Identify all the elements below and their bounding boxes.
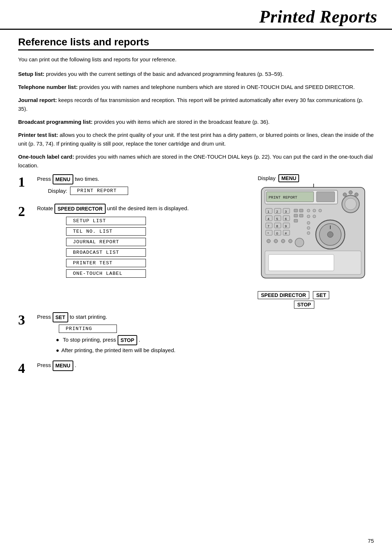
desc-telephone-label: Telephone number list: <box>18 84 78 90</box>
desc-printer-text: allows you to check the print quality of… <box>18 132 374 147</box>
svg-point-51 <box>267 239 270 243</box>
stop-label: STOP <box>294 301 314 309</box>
display-option-1: TEL NO. LIST <box>66 227 146 236</box>
svg-text:PRINT REPORT: PRINT REPORT <box>269 195 298 200</box>
step-1-text: Press MENU two times. <box>37 174 254 184</box>
speed-director-label: SPEED DIRECTOR <box>258 291 309 299</box>
svg-point-42 <box>307 215 310 218</box>
svg-point-39 <box>307 209 310 212</box>
svg-point-55 <box>295 238 304 247</box>
desc-onetouch-label: One-touch label card: <box>18 154 74 160</box>
svg-text:9: 9 <box>285 224 287 228</box>
step-3-row: 3 Press SET to start printing. PRINTING … <box>18 312 374 357</box>
step-2-row: 2 Rotate SPEED DIRECTOR until the desire… <box>18 204 254 281</box>
step-4-text: Press MENU . <box>37 360 374 371</box>
step-3-press-label: Press <box>37 314 51 320</box>
step-3-content: Press SET to start printing. PRINTING To… <box>37 312 374 357</box>
step-2-text2: until the desired item is displayed. <box>107 205 189 211</box>
step-1-row: 1 Press MENU two times. Display: PRINT R… <box>18 174 254 197</box>
step-4-number: 4 <box>18 361 37 375</box>
step-3-number: 3 <box>18 313 37 327</box>
speed-director-key: SPEED DIRECTOR <box>54 204 105 214</box>
svg-text:0: 0 <box>276 232 278 235</box>
desc-journal-text: keeps records of fax transmission and re… <box>18 97 363 112</box>
svg-point-8 <box>349 191 352 194</box>
intro-paragraph: You can print out the following lists an… <box>18 56 374 64</box>
display-option-4: PRINTER TEST <box>66 259 146 267</box>
bullet-2: After printing, the printed item will be… <box>56 346 374 355</box>
desc-broadcast-label: Broadcast programming list: <box>18 119 93 125</box>
device-display-label: Display MENU <box>258 174 299 182</box>
desc-printer: Printer test list: allows you to check t… <box>18 131 374 148</box>
step-1-number: 1 <box>18 175 37 189</box>
svg-text:1: 1 <box>268 210 269 213</box>
svg-point-9 <box>355 193 358 196</box>
svg-rect-34 <box>294 209 298 212</box>
desc-journal: Journal report: keeps records of fax tra… <box>18 96 374 113</box>
steps-left-column: 1 Press MENU two times. Display: PRINT R… <box>18 174 254 288</box>
desc-telephone: Telephone number list: provides you with… <box>18 83 374 91</box>
step-2-content: Rotate SPEED DIRECTOR until the desired … <box>37 204 254 281</box>
svg-rect-4 <box>317 192 335 202</box>
svg-rect-57 <box>269 254 334 271</box>
set-label: SET <box>313 291 329 299</box>
page-content: Reference lists and reports You can prin… <box>0 36 392 390</box>
svg-rect-28 <box>266 230 272 235</box>
svg-text:*: * <box>268 232 269 235</box>
menu-key-diagram: MENU <box>278 174 299 182</box>
step-1-text2: two times. <box>75 176 99 182</box>
step-3-display-value: PRINTING <box>59 325 117 333</box>
bullet-1: To stop printing, press STOP . <box>56 335 374 345</box>
page-number: 75 <box>368 538 374 544</box>
svg-point-49 <box>307 227 310 229</box>
diagram-column: Display MENU PRINT REPORT <box>258 174 374 309</box>
desc-journal-label: Journal report: <box>18 97 57 103</box>
page-header: Printed Reports <box>0 0 392 30</box>
display-option-0: SETUP LIST <box>66 217 146 225</box>
svg-rect-36 <box>294 214 298 217</box>
svg-text:7: 7 <box>268 224 269 228</box>
step-4-text2: . <box>75 362 76 368</box>
desc-setup: Setup list: provides you with the curren… <box>18 70 374 78</box>
svg-point-7 <box>343 193 347 196</box>
display-text-label: Display <box>258 175 275 181</box>
svg-point-46 <box>327 232 333 237</box>
svg-text:6: 6 <box>285 217 287 221</box>
device-labels: SPEED DIRECTOR SET <box>258 291 329 299</box>
desc-printer-label: Printer test list: <box>18 132 58 138</box>
step-1-display-value: PRINT REPORT <box>70 187 128 195</box>
step-1-press-label: Press <box>37 176 51 182</box>
desc-onetouch: One-touch label card: provides you with … <box>18 152 374 170</box>
step-3-bullets: To stop printing, press STOP . After pri… <box>56 335 374 355</box>
step-2-text: Rotate SPEED DIRECTOR until the desired … <box>37 204 254 214</box>
desc-broadcast-text: provides you with items which are stored… <box>93 119 270 125</box>
svg-text:#: # <box>285 232 287 235</box>
menu-key-1: MENU <box>53 174 73 184</box>
svg-text:8: 8 <box>276 224 278 228</box>
svg-point-54 <box>289 239 292 243</box>
svg-point-53 <box>281 239 285 243</box>
step-3-display: PRINTING <box>48 325 374 333</box>
menu-key-4: MENU <box>53 360 73 371</box>
svg-text:5: 5 <box>276 217 278 221</box>
desc-setup-label: Setup list: <box>18 71 45 77</box>
svg-rect-35 <box>299 209 303 212</box>
svg-point-52 <box>274 239 278 243</box>
step-3-text2: to start printing. <box>70 314 107 320</box>
desc-telephone-text: provides you with names and telephone nu… <box>78 84 355 90</box>
step-2-display-list: SETUP LIST TEL NO. LIST JOURNAL REPORT B… <box>66 217 254 278</box>
page-title: Printed Reports <box>259 7 377 26</box>
svg-point-50 <box>307 232 310 235</box>
desc-broadcast: Broadcast programming list: provides you… <box>18 118 374 126</box>
device-svg: PRINT REPORT 1 2 3 4 <box>258 184 370 289</box>
set-key: SET <box>53 312 68 322</box>
svg-point-48 <box>307 221 310 224</box>
svg-rect-37 <box>299 214 303 217</box>
svg-point-43 <box>313 215 316 218</box>
step-2-number: 2 <box>18 204 37 218</box>
step-2-rotate-label: Rotate <box>37 205 53 211</box>
step-1-display-label: Display: <box>48 188 67 194</box>
section-heading-text: Reference lists and reports <box>18 36 149 48</box>
svg-text:3: 3 <box>285 210 287 213</box>
step-4-press-label: Press <box>37 362 51 368</box>
